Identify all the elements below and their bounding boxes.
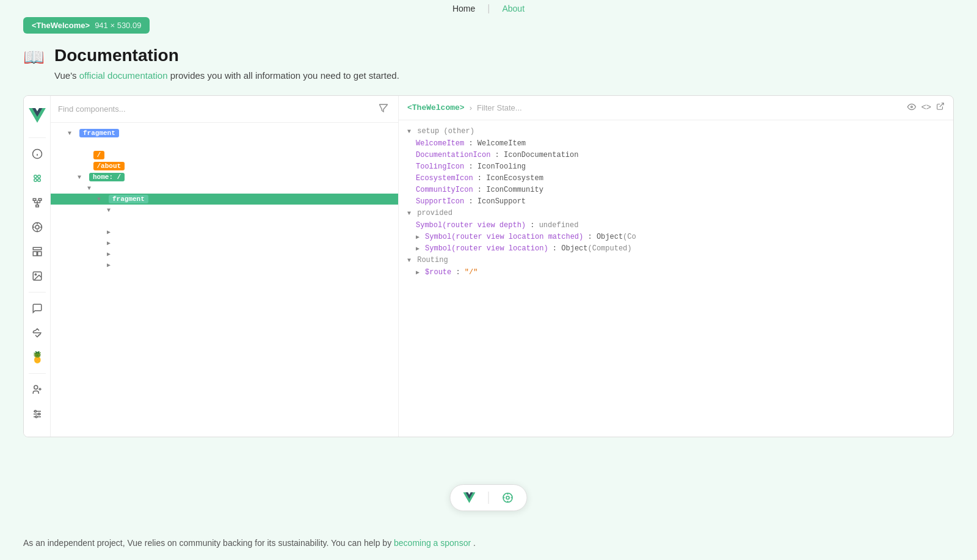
state-row: ToolingIcon : IconTooling bbox=[399, 161, 953, 172]
svg-point-39 bbox=[506, 496, 509, 500]
svg-rect-22 bbox=[33, 252, 37, 256]
search-input[interactable] bbox=[58, 104, 371, 114]
tree-item[interactable]: ▶ bbox=[51, 260, 398, 271]
state-row: ▶ $route : "/" bbox=[399, 266, 953, 278]
state-key: DocumentationIcon bbox=[416, 151, 490, 159]
state-section-header: ▼ provided bbox=[399, 207, 953, 219]
tree-item[interactable]: ▼ fragment bbox=[51, 194, 398, 205]
tree-badge: /about bbox=[93, 162, 125, 170]
row-arrow[interactable]: ▶ bbox=[416, 245, 423, 252]
state-key: CommunityIcon bbox=[416, 186, 473, 194]
toolbar-divider bbox=[488, 492, 489, 504]
tree-badge: / bbox=[93, 151, 105, 159]
code-icon[interactable]: <> bbox=[921, 102, 931, 114]
tree-arrow: ▶ bbox=[107, 240, 111, 247]
tree-item[interactable] bbox=[51, 139, 398, 150]
svg-point-32 bbox=[34, 410, 36, 412]
filter-button[interactable] bbox=[376, 102, 391, 116]
sidebar-icon-components[interactable] bbox=[26, 167, 48, 189]
tree-item[interactable]: / bbox=[51, 150, 398, 161]
tree-item[interactable]: ▶ bbox=[51, 249, 398, 260]
sidebar-icon-sliders[interactable] bbox=[26, 403, 48, 425]
sidebar-icon-info[interactable] bbox=[26, 143, 48, 165]
doc-desc-suffix: provides you with all information you ne… bbox=[170, 70, 399, 81]
row-arrow[interactable]: ▶ bbox=[416, 234, 423, 241]
svg-rect-21 bbox=[33, 247, 42, 250]
tree-item[interactable]: ▼ fragment bbox=[51, 128, 398, 139]
tree-arrow: ▶ bbox=[107, 251, 111, 258]
state-section-header: ▼ setup (other) bbox=[399, 125, 953, 137]
state-value: "/" bbox=[465, 268, 478, 277]
nav-about[interactable]: About bbox=[502, 4, 525, 13]
state-row: WelcomeItem : WelcomeItem bbox=[399, 137, 953, 149]
tree-item[interactable]: ▶ bbox=[51, 238, 398, 249]
section-label: provided bbox=[417, 209, 452, 217]
svg-point-6 bbox=[37, 179, 40, 182]
tree-item[interactable]: ▼ bbox=[51, 183, 398, 194]
state-colon: : bbox=[548, 244, 562, 253]
sidebar-icon-tree[interactable] bbox=[26, 192, 48, 214]
state-colon: : bbox=[473, 174, 487, 183]
state-row: EcosystemIcon : IconEcosystem bbox=[399, 172, 953, 184]
doc-section: 📖 Documentation Vue's official documenta… bbox=[23, 46, 954, 81]
sidebar-icon-target[interactable] bbox=[26, 216, 48, 238]
tree-badge: fragment bbox=[79, 129, 119, 137]
state-key: Symbol(router view depth) bbox=[416, 221, 526, 230]
state-key: $route bbox=[425, 268, 451, 277]
tree-item[interactable]: ▶ bbox=[51, 227, 398, 238]
tree-item[interactable]: /about bbox=[51, 161, 398, 172]
state-colon: : bbox=[464, 197, 478, 206]
doc-link[interactable]: official documentation bbox=[79, 70, 168, 81]
nav-home[interactable]: Home bbox=[452, 4, 475, 13]
svg-point-36 bbox=[910, 106, 912, 108]
row-suffix: (Co bbox=[623, 233, 636, 241]
tree-arrow: ▼ bbox=[87, 185, 91, 192]
sidebar-icon-image[interactable] bbox=[26, 265, 48, 287]
svg-point-16 bbox=[35, 225, 39, 229]
tree-arrow: ▶ bbox=[107, 229, 111, 236]
svg-point-34 bbox=[35, 416, 37, 418]
svg-rect-8 bbox=[38, 198, 42, 200]
sidebar-icon-layout[interactable] bbox=[26, 241, 48, 263]
row-arrow[interactable]: ▶ bbox=[416, 269, 423, 276]
state-key: Symbol(router view location) bbox=[425, 244, 548, 253]
state-value: IconDocumentation bbox=[504, 151, 578, 159]
state-colon: : bbox=[451, 268, 465, 277]
external-link-icon[interactable] bbox=[936, 102, 945, 114]
sidebar-icon-chat[interactable] bbox=[26, 297, 48, 319]
sidebar-icon-pinia[interactable]: 🍍 bbox=[26, 346, 48, 368]
vue-logo[interactable] bbox=[24, 102, 51, 129]
sidebar-sep-3 bbox=[29, 373, 46, 374]
tree-arrow: ▼ bbox=[78, 174, 85, 181]
section-arrow[interactable]: ▼ bbox=[407, 257, 411, 264]
badge-component-name: <TheWelcome> bbox=[32, 21, 90, 30]
tree-item[interactable]: ▼ home: / bbox=[51, 172, 398, 183]
state-value: Object bbox=[561, 244, 587, 253]
top-nav: Home | About bbox=[0, 0, 977, 17]
state-value: Object bbox=[597, 233, 623, 241]
state-row: CommunityIcon : IconCommunity bbox=[399, 184, 953, 195]
toolbar-vue-btn[interactable] bbox=[460, 489, 479, 507]
svg-rect-9 bbox=[35, 205, 38, 207]
state-colon: : bbox=[464, 162, 478, 171]
tree-header bbox=[51, 96, 398, 123]
panel-sidebar: 🍍 bbox=[24, 96, 51, 437]
bottom-text-link[interactable]: becoming a sponsor bbox=[394, 538, 471, 548]
state-key: EcosystemIcon bbox=[416, 174, 473, 183]
state-value: WelcomeItem bbox=[478, 139, 526, 148]
tree-item[interactable] bbox=[51, 216, 398, 227]
state-row: SupportIcon : IconSupport bbox=[399, 195, 953, 207]
svg-rect-23 bbox=[37, 252, 41, 256]
row-suffix: (Computed) bbox=[588, 244, 632, 253]
section-arrow[interactable]: ▼ bbox=[407, 210, 411, 217]
sidebar-icon-route[interactable] bbox=[26, 322, 48, 344]
svg-point-5 bbox=[34, 179, 37, 182]
sidebar-icon-users[interactable] bbox=[26, 379, 48, 401]
tree-item[interactable]: ▼ bbox=[51, 205, 398, 216]
section-arrow[interactable]: ▼ bbox=[407, 128, 411, 135]
svg-line-37 bbox=[940, 103, 943, 107]
state-key: WelcomeItem bbox=[416, 139, 464, 148]
eye-icon[interactable] bbox=[907, 102, 917, 114]
state-value: undefined bbox=[539, 221, 579, 230]
toolbar-target-btn[interactable] bbox=[499, 489, 517, 507]
